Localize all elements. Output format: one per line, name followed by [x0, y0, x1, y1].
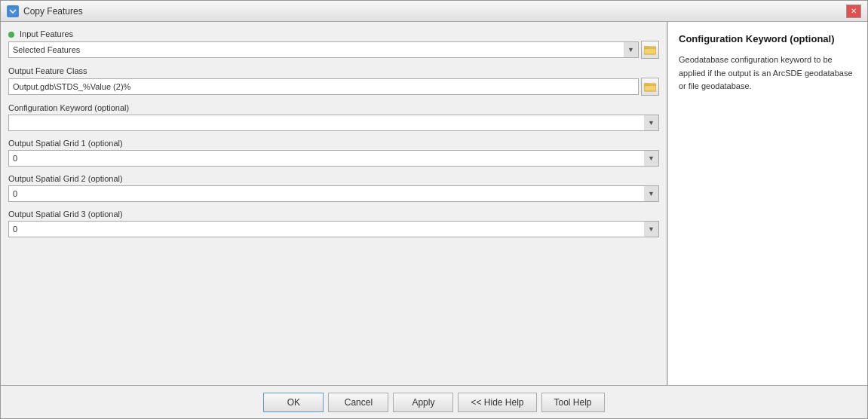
- input-features-group: Input Features Selected Features ▼: [8, 29, 659, 59]
- output-feature-class-browse-button[interactable]: [641, 78, 659, 96]
- output-feature-class-group: Output Feature Class: [8, 66, 659, 96]
- spatial-grid2-row: 0 ▼: [8, 185, 659, 202]
- spatial-grid2-label: Output Spatial Grid 2 (optional): [8, 174, 659, 183]
- spatial-grid2-group: Output Spatial Grid 2 (optional) 0 ▼: [8, 174, 659, 202]
- input-features-browse-button[interactable]: [641, 41, 659, 59]
- spatial-grid1-dropdown-wrapper: 0 ▼: [8, 150, 659, 167]
- svg-rect-4: [644, 84, 649, 85]
- tool-help-button[interactable]: Tool Help: [541, 393, 605, 412]
- config-keyword-row: ▼: [8, 115, 659, 131]
- output-feature-class-row: [8, 78, 659, 96]
- spatial-grid3-group: Output Spatial Grid 3 (optional) 0 ▼: [8, 210, 659, 237]
- config-keyword-select[interactable]: [8, 115, 659, 131]
- close-button[interactable]: ✕: [846, 5, 861, 18]
- main-content: Input Features Selected Features ▼: [1, 22, 867, 385]
- help-title: Configuration Keyword (optional): [679, 32, 857, 46]
- spatial-grid1-label: Output Spatial Grid 1 (optional): [8, 139, 659, 148]
- hide-help-button[interactable]: << Hide Help: [458, 393, 536, 412]
- spatial-grid1-group: Output Spatial Grid 1 (optional) 0 ▼: [8, 139, 659, 167]
- output-feature-class-label: Output Feature Class: [8, 66, 659, 75]
- window-icon: [7, 5, 19, 17]
- input-features-dropdown-wrapper: Selected Features ▼: [8, 41, 639, 58]
- spatial-grid2-dropdown-wrapper: 0 ▼: [8, 185, 659, 202]
- help-text: Geodatabase configuration keyword to be …: [679, 54, 857, 93]
- required-indicator: [8, 32, 14, 38]
- spatial-grid3-label: Output Spatial Grid 3 (optional): [8, 210, 659, 219]
- scrollable-form: Input Features Selected Features ▼: [1, 22, 667, 385]
- right-panel: Configuration Keyword (optional) Geodata…: [667, 22, 867, 385]
- ok-button[interactable]: OK: [263, 393, 324, 412]
- config-keyword-label: Configuration Keyword (optional): [8, 103, 659, 112]
- svg-rect-2: [644, 47, 649, 48]
- svg-rect-0: [8, 7, 17, 16]
- spatial-grid2-select[interactable]: 0: [8, 185, 659, 202]
- input-features-row: Selected Features ▼: [8, 41, 659, 59]
- copy-features-window: Copy Features ✕ Input Features: [0, 0, 868, 419]
- spatial-grid3-select[interactable]: 0: [8, 221, 659, 237]
- folder-icon-2: [644, 81, 656, 92]
- config-keyword-dropdown-wrapper: ▼: [8, 115, 659, 131]
- spatial-grid1-row: 0 ▼: [8, 150, 659, 167]
- output-feature-class-input[interactable]: [8, 78, 639, 95]
- title-bar-left: Copy Features: [7, 5, 83, 17]
- apply-button[interactable]: Apply: [393, 393, 453, 412]
- window-title: Copy Features: [23, 6, 83, 17]
- spatial-grid3-dropdown-wrapper: 0 ▼: [8, 221, 659, 237]
- spatial-grid3-row: 0 ▼: [8, 221, 659, 237]
- title-bar: Copy Features ✕: [1, 1, 867, 22]
- footer: OK Cancel Apply << Hide Help Tool Help: [1, 385, 867, 418]
- input-features-select[interactable]: Selected Features: [8, 41, 639, 58]
- left-panel: Input Features Selected Features ▼: [1, 22, 667, 385]
- config-keyword-group: Configuration Keyword (optional) ▼: [8, 103, 659, 131]
- spatial-grid1-select[interactable]: 0: [8, 150, 659, 167]
- input-features-label: Input Features: [8, 29, 659, 38]
- folder-icon: [644, 44, 656, 55]
- cancel-button[interactable]: Cancel: [328, 393, 388, 412]
- title-bar-controls: ✕: [846, 5, 861, 18]
